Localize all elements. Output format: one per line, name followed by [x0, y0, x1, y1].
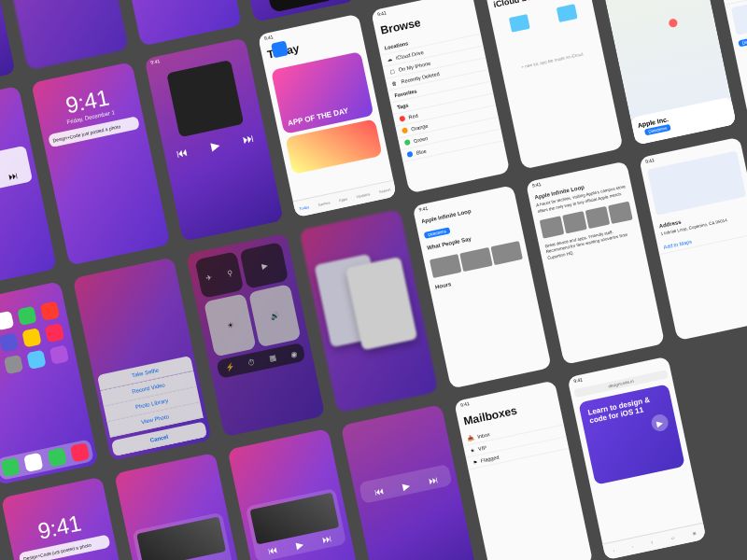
music-full-player: 9:41 ⏮ ▶ ⏭ [145, 37, 284, 241]
appstore-today-screen: 9:41 Today APP OF THE DAY Today Games Ap… [258, 14, 397, 217]
timer-icon[interactable]: ⏱ [247, 357, 257, 367]
prev-icon[interactable]: ⏮ [267, 544, 278, 556]
app-icon[interactable] [44, 323, 63, 343]
learn-card[interactable]: Learn to design & code for iOS 11 ▶ [578, 384, 685, 484]
folder-item[interactable] [497, 11, 542, 35]
cloud-icon: ☁ [387, 56, 393, 63]
place-detail-screen: 9:41 Apple Infinite Loop Directions What… [413, 185, 552, 388]
notification-center-screen: 9:41●●● Earlier Today INSTAGRAM Design+C… [0, 0, 16, 94]
card-label: APP OF THE DAY [287, 106, 349, 128]
wifi-icon[interactable]: ⚲ [226, 268, 233, 277]
inbox-icon: 📥 [467, 435, 474, 441]
app-icon[interactable] [21, 328, 41, 347]
app-icon[interactable] [17, 306, 36, 326]
star-icon: ★ [470, 447, 475, 454]
prev-icon[interactable]: ⏮ [176, 146, 190, 161]
today-view-screen: 9:41 Design+Code just posted a photo Qui… [0, 0, 129, 70]
next-icon[interactable]: ⏭ [428, 474, 439, 486]
learn-text: Learn to design & code for iOS 11 [587, 396, 651, 426]
app-icon[interactable] [0, 311, 14, 330]
safari-toolbar: ‹ › ⇪ ▭ ▣ [602, 523, 706, 560]
dock-safari[interactable] [23, 453, 43, 472]
mini-player[interactable]: Track ⏮ ⏸ ⏭ [0, 146, 33, 201]
dock-phone[interactable] [0, 457, 20, 477]
cc-brightness[interactable]: ☀ [204, 293, 256, 357]
album-art [166, 60, 244, 137]
flag-icon: ⚑ [472, 459, 477, 466]
next-icon[interactable]: ⏭ [242, 132, 256, 147]
directions-button[interactable]: Directions [644, 124, 671, 136]
control-center-screen: ✈ ⚲ ▶ ☀ 🔊 ⚡ ⏱ ▦ ◉ [186, 233, 325, 437]
icloud-drive-screen: 9:41 iCloud Drive + new kit, app file ma… [484, 0, 623, 170]
play-icon[interactable]: ▶ [402, 480, 411, 491]
prev-icon[interactable]: ⏮ [374, 485, 385, 497]
action-sheet-screen: Take Selfie Record Video Photo Library V… [73, 257, 212, 460]
mini-map[interactable] [731, 0, 747, 35]
play-icon[interactable]: ▶ [210, 139, 221, 154]
cc-grid: ✈ ⚲ ▶ ☀ 🔊 ⚡ ⏱ ▦ ◉ [186, 233, 315, 388]
app-switcher-screen [299, 209, 438, 413]
dock-messages[interactable] [47, 447, 66, 467]
app-icon[interactable] [26, 350, 46, 370]
app-icon[interactable] [39, 301, 59, 321]
safari-screen: 9:41 designcode.io Learn to design & cod… [567, 357, 706, 560]
folder-icon [509, 14, 530, 33]
mockup-grid: 9:41●●● Earlier Today INSTAGRAM Design+C… [0, 0, 747, 560]
next-icon[interactable]: ⏭ [7, 170, 19, 182]
action-sheet: Take Selfie Record Video Photo Library V… [97, 356, 207, 456]
phone-icon: ▢ [388, 68, 395, 75]
camera-icon[interactable]: ◉ [289, 349, 298, 358]
forward-icon[interactable]: › [631, 544, 633, 549]
files-browse-screen: 9:41 Browse Locations ☁iCloud Drive ▢On … [371, 0, 510, 193]
folder-item[interactable] [544, 1, 589, 24]
dock [0, 439, 94, 481]
next-icon[interactable]: ⏭ [208, 557, 219, 560]
back-icon[interactable]: ‹ [613, 548, 614, 553]
hero-device-mock [252, 0, 335, 13]
airplane-icon[interactable]: ✈ [205, 273, 214, 282]
next-icon[interactable]: ⏭ [321, 533, 332, 545]
app-icon[interactable] [49, 345, 68, 365]
play-button[interactable]: ▶ [650, 413, 669, 432]
trash-icon: 🗑 [391, 79, 398, 86]
app-icon[interactable] [3, 355, 22, 374]
place-name: Apple Inc. [637, 104, 727, 129]
cc-connectivity[interactable]: ✈ ⚲ [195, 251, 245, 298]
bookmarks-icon[interactable]: ▭ [670, 535, 675, 540]
play-icon[interactable]: ▶ [295, 539, 304, 550]
lock-screen-dup: 9:41 Friday, December 1 Design+Code just… [31, 62, 170, 265]
app-badge-icon [271, 40, 289, 58]
place-reviews-screen: 9:41 Apple Infinite Loop A haunt for tec… [526, 161, 665, 364]
map-sheet[interactable]: Apple Inc. Directions [630, 97, 737, 146]
cc-volume[interactable]: 🔊 [248, 284, 301, 347]
app-grid [0, 290, 78, 390]
cc-music[interactable]: ▶ [239, 242, 289, 288]
directions-button[interactable]: Directions [738, 35, 747, 48]
tabs-icon[interactable]: ▣ [692, 531, 697, 537]
folder-icon [557, 4, 578, 22]
mail-screen: 9:41 Mailboxes 📥Inbox ★VIP ⚑Flagged [454, 380, 593, 560]
calculator-icon[interactable]: ▦ [268, 353, 277, 362]
dock-music[interactable] [70, 442, 90, 462]
app-icon[interactable] [0, 332, 19, 352]
flashlight-icon[interactable]: ⚡ [224, 362, 235, 372]
share-icon[interactable]: ⇪ [650, 539, 654, 545]
play-icon: ▶ [656, 418, 664, 427]
